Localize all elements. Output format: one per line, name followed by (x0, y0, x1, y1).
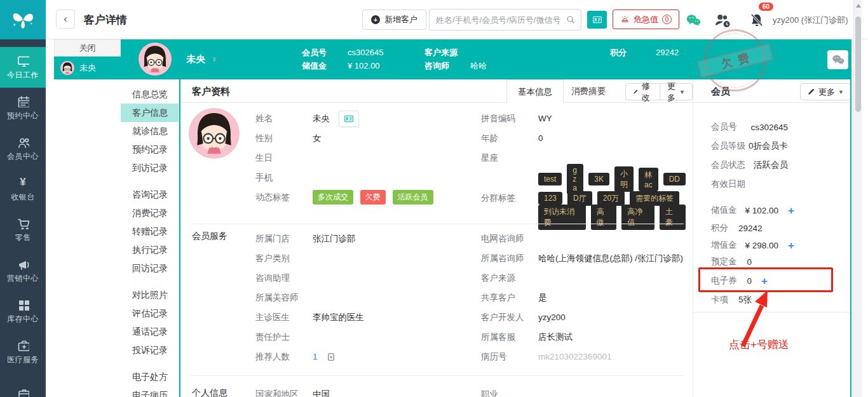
sidebar-nav: 今日工作 预约中心 会员中心 ¥ 收银台 零售 营销中心 (0, 47, 46, 397)
group-tag: 3K (588, 173, 609, 185)
chevron-down-icon: ▼ (679, 89, 685, 95)
field-group-tags: 分群标签 test g z a 3K 小明 林ac DD 123 D厅 20万 (481, 170, 691, 227)
search-icon[interactable] (566, 15, 576, 25)
field-developer: 客户开发人 yzy200 (481, 307, 691, 327)
view-id-card-button[interactable] (339, 111, 359, 127)
customer-tab-label: 未央 (79, 62, 96, 74)
member-card-button[interactable] (587, 11, 607, 29)
wechat-icon[interactable] (685, 12, 702, 29)
menu-item-appointment-records[interactable]: 预约记录 (121, 140, 179, 159)
sidebar-item-today-work[interactable]: 今日工作 (0, 47, 46, 88)
close-tab[interactable]: 关闭 (54, 39, 121, 57)
search-input[interactable] (430, 15, 566, 25)
sidebar-item-marketing-center[interactable]: 营销中心 (0, 250, 46, 291)
menu-item-assessment-records[interactable]: 评估记录 (121, 304, 179, 323)
member-service-left: 所属门店 张江门诊部 客户类别 咨询助理 所属美容师 主诊医生 李帅宝的医生 责… (255, 229, 478, 367)
field-store: 所属门店 张江门诊部 (255, 229, 478, 248)
field-bonus-value: 增值金 ¥ 298.00 + (711, 239, 794, 251)
menu-item-e-medical-record[interactable]: 电子病历 (121, 386, 179, 397)
sidebar-item-partial[interactable] (0, 372, 46, 397)
field-dynamic-tags: 动态标签 多次成交 欠费 活跃会员 (255, 187, 478, 207)
contacts-clock-icon[interactable] (713, 11, 732, 30)
stored-value-label: 储值金 (302, 60, 348, 72)
wechat-contact-button[interactable] (827, 50, 848, 69)
menu-item-transfer-records[interactable]: 转赠记录 (121, 222, 179, 241)
add-bonus-value-button[interactable]: + (788, 240, 794, 251)
top-bar: ‹ 客户详情 + 新增客户 危急值 0 (46, 0, 868, 39)
sidebar-item-label: 营销中心 (7, 273, 39, 284)
tab-consumption-summary[interactable]: 消费摘要 (560, 79, 616, 103)
menu-item-followup-records[interactable]: 回访记录 (121, 259, 179, 278)
pencil-icon (633, 88, 639, 96)
vertical-scrollbar[interactable] (853, 0, 862, 397)
personal-info-right: 职业 (481, 384, 691, 397)
add-customer-button[interactable]: + 新增客户 (362, 10, 426, 30)
gift-e-coupon-button[interactable]: + (761, 276, 768, 286)
menu-item-comparison-photos[interactable]: 对比照片 (121, 286, 179, 304)
field-customer-service: 所属客服 店长测试 (481, 327, 691, 347)
annotation-text: 点击+号赠送 (729, 337, 789, 352)
more-button[interactable]: 更多 ▼ (660, 84, 692, 100)
export-file-icon[interactable] (327, 352, 336, 362)
group-tag: 123 (538, 192, 562, 205)
field-stored-value: 储值金 ¥ 102.00 + (711, 205, 794, 216)
field-name: 姓名 未央 (255, 109, 478, 128)
member-more-label: 更多 (818, 86, 835, 98)
field-medical-record-no: 病历号 mk2103022369001 (481, 347, 691, 367)
edit-button[interactable]: 修改 (626, 84, 660, 100)
sidebar-item-appointment-center[interactable]: 预约中心 (0, 88, 46, 128)
panel-divider (693, 312, 851, 313)
sidebar-item-retail[interactable]: 零售 (0, 210, 46, 250)
sidebar-item-member-center[interactable]: 会员中心 (0, 128, 46, 169)
field-country: 国家和地区 中国 (255, 384, 478, 397)
critical-value-count: 0 (662, 15, 672, 24)
menu-item-e-prescription[interactable]: 电子处方 (121, 368, 179, 386)
menu-item-consult-records[interactable]: 咨询记录 (121, 185, 179, 204)
sidebar-item-label: 会员中心 (7, 151, 39, 162)
back-button[interactable]: ‹ (56, 10, 75, 29)
customer-avatar (189, 108, 240, 159)
scroll-up-arrow-icon[interactable] (856, 4, 861, 8)
chevron-down-icon: ▼ (838, 89, 844, 95)
customer-tab-active[interactable]: 未央 (54, 57, 121, 79)
sidebar-item-cashier[interactable]: ¥ 收银台 (0, 169, 46, 210)
menu-item-call-records[interactable]: 通话记录 (121, 323, 179, 341)
menu-item-consumption-records[interactable]: 消费记录 (121, 204, 179, 222)
tab-basic-info[interactable]: 基本信息 (506, 79, 564, 104)
points-value: 29242 (656, 48, 679, 57)
stored-value-amount: ¥ 102.00 (348, 61, 380, 71)
add-stored-value-button[interactable]: + (788, 205, 794, 216)
content-right-accent (850, 39, 851, 397)
field-referral-count: 推荐人数 1 (255, 347, 478, 367)
app-logo[interactable] (0, 0, 46, 39)
referral-count-link[interactable]: 1 (313, 352, 318, 361)
deposit-list-icon[interactable] (764, 257, 775, 267)
butterfly-logo-icon (10, 6, 36, 33)
record-menu: 信息总览 客户信息 就诊信息 预约记录 到访记录 咨询记录 消费记录 转赠记录 … (121, 79, 179, 397)
menu-item-customer-info[interactable]: 客户信息 (121, 104, 179, 122)
notification-bell-muted-icon[interactable] (749, 12, 765, 29)
profile-title: 客户资料 (192, 86, 230, 98)
basic-info-right: 拼音编码 WY 年龄 0 星座 分群标签 test g z a 3K 小明 (481, 109, 691, 227)
scrollbar-thumb[interactable] (855, 17, 861, 112)
group-tag: 土豪 (660, 205, 686, 230)
sidebar-item-medical-service[interactable]: 医疗服务 (0, 332, 46, 372)
customer-tab-column: 关闭 未央 (46, 39, 121, 397)
menu-item-complaint-records[interactable]: 投诉记录 (121, 341, 179, 360)
critical-value-button[interactable]: 危急值 0 (613, 10, 679, 29)
card-items-list-icon[interactable] (759, 295, 770, 305)
dynamic-tag: 活跃会员 (393, 190, 433, 205)
profile-header: 客户资料 基本信息 消费摘要 修改 更多 ▼ (180, 79, 693, 103)
menu-item-visit-info[interactable]: 就诊信息 (121, 122, 179, 140)
sidebar-item-inventory-center[interactable]: 库存中心 (0, 291, 46, 332)
member-more-button[interactable]: 更多 ▼ (800, 83, 851, 100)
sidebar-item-label: 收银台 (11, 192, 35, 203)
field-member-level: 会员等级 0折会员卡 (711, 140, 788, 152)
menu-item-info-overview[interactable]: 信息总览 (121, 85, 179, 104)
field-gender: 性别 女 (255, 128, 478, 148)
group-tag: 需要的标签 (630, 191, 679, 206)
menu-item-arrival-records[interactable]: 到访记录 (121, 159, 179, 177)
e-coupon-list-icon[interactable] (780, 276, 791, 286)
user-menu[interactable]: yzy200 (张江门诊部) ∨ (773, 15, 857, 26)
menu-item-execution-records[interactable]: 执行记录 (121, 241, 179, 259)
